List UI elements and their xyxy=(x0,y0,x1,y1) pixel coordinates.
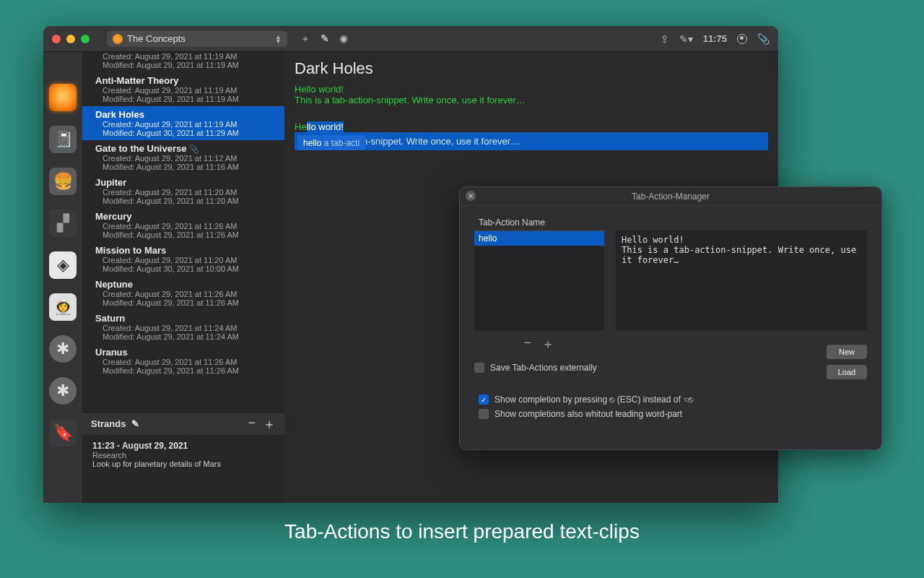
note-list[interactable]: Created: August 29, 2021 at 11:19 AMModi… xyxy=(82,52,284,503)
rail-notebook-icon[interactable]: 📓 xyxy=(49,126,77,153)
traffic-lights xyxy=(52,35,90,43)
rail-burger-icon[interactable]: 🍔 xyxy=(49,168,77,195)
note-item[interactable]: SaturnCreated: August 29, 2021 at 11:24 … xyxy=(82,310,284,344)
document-dropdown[interactable]: The Concepts ▲▼ xyxy=(107,31,287,47)
strand-body: Look up for planetary details of Mars xyxy=(92,460,274,468)
add-button[interactable]: ＋ xyxy=(300,33,310,46)
rail-eye-icon[interactable]: ◈ xyxy=(49,251,77,279)
note-created: Created: August 29, 2021 at 11:24 AM xyxy=(95,324,279,332)
share-icon[interactable]: ⇪ xyxy=(661,33,669,45)
strand-item[interactable]: 11:23 - August 29, 2021ResearchLook up f… xyxy=(82,435,284,474)
note-item[interactable]: UranusCreated: August 29, 2021 at 11:26 … xyxy=(82,344,284,378)
note-item[interactable]: JupiterCreated: August 29, 2021 at 11:20… xyxy=(82,174,284,208)
note-modified: Modified: August 30, 2021 at 10:00 AM xyxy=(95,264,279,273)
note-modified: Modified: August 29, 2021 at 11:26 AM xyxy=(95,230,279,239)
save-externally-label: Save Tab-Actions externally xyxy=(490,363,597,373)
note-item[interactable]: Anti-Matter TheoryCreated: August 29, 20… xyxy=(82,72,284,106)
titlebar: The Concepts ▲▼ ＋ ✎ ◉ ⇪ ✎▾ 11:75 📎 xyxy=(43,26,778,52)
note-created: Created: August 29, 2021 at 11:26 AM xyxy=(95,222,279,230)
close-window-button[interactable] xyxy=(52,35,61,43)
note-created: Created: August 29, 2021 at 11:26 AM xyxy=(95,358,279,366)
zoom-window-button[interactable] xyxy=(81,35,90,43)
rail-alert1-icon[interactable]: ✱ xyxy=(49,335,77,363)
strands-edit-icon[interactable]: ✎ xyxy=(131,418,139,429)
note-created: Created: August 29, 2021 at 11:20 AM xyxy=(95,188,279,197)
tab-action-name-list[interactable]: hello xyxy=(474,231,604,331)
editor-line-2: This is a tab-action-snippet. Write once… xyxy=(295,95,768,105)
rail-bookmark-icon[interactable]: 🔖 xyxy=(49,419,77,447)
rail-alert2-icon[interactable]: ✱ xyxy=(49,377,77,405)
paperclip-icon: 📎 xyxy=(189,144,199,153)
editor-line-1: Hello world! xyxy=(295,84,768,95)
show-completion-esc-label: Show completion by pressing ⎋ (ESC) inst… xyxy=(494,394,693,405)
note-created: Created: August 29, 2021 at 11:19 AM xyxy=(95,86,279,95)
note-modified: Modified: August 29, 2021 at 11:26 AM xyxy=(95,298,279,307)
save-externally-checkbox[interactable] xyxy=(474,363,484,373)
note-item[interactable]: Dark HolesCreated: August 29, 2021 at 11… xyxy=(82,106,284,140)
note-title: Anti-Matter Theory xyxy=(95,75,279,86)
note-title: Jupiter xyxy=(95,177,279,188)
note-item[interactable]: Mission to MarsCreated: August 29, 2021 … xyxy=(82,242,284,276)
strands-remove-button[interactable]: − xyxy=(248,415,256,433)
document-dropdown-label: The Concepts xyxy=(127,33,186,44)
clock-display: 11:75 xyxy=(703,33,727,44)
preview-mode-icon[interactable]: ◉ xyxy=(339,33,348,46)
compose-icon[interactable]: ✎▾ xyxy=(679,33,693,45)
edit-mode-icon[interactable]: ✎ xyxy=(321,33,329,46)
note-modified: Modified: August 29, 2021 at 11:19 AM xyxy=(95,61,279,69)
show-completion-without-leading-label: Show completions also whitout leading wo… xyxy=(494,409,682,419)
note-created: Created: August 29, 2021 at 11:20 AM xyxy=(95,256,279,264)
note-title: Gate to the Universe 📎 xyxy=(95,143,279,154)
strands-header: Strands ✎−＋ xyxy=(82,412,284,435)
note-title: Mercury xyxy=(95,211,279,222)
rail-astronaut-icon[interactable]: 👩‍🚀 xyxy=(49,293,77,321)
note-item[interactable]: Created: August 29, 2021 at 11:19 AMModi… xyxy=(82,52,284,72)
tab-action-name-header: Tab-Action Name xyxy=(474,215,604,231)
icon-rail: 📓 🍔 ▞ ◈ 👩‍🚀 ✱ ✱ 🔖 xyxy=(43,52,82,503)
load-button[interactable]: Load xyxy=(827,365,867,379)
remove-tab-action-button[interactable]: − xyxy=(524,335,532,353)
note-created: Created: August 29, 2021 at 11:26 AM xyxy=(95,290,279,298)
tab-action-manager-window: ✕ Tab-Action-Manager Tab-Action Name hel… xyxy=(459,186,882,450)
rail-tablet-icon[interactable]: ▞ xyxy=(49,210,77,237)
autocomplete-popup[interactable]: hello a tab-acti xyxy=(297,135,365,150)
note-modified: Modified: August 29, 2021 at 11:26 AM xyxy=(95,366,279,375)
note-created: Created: August 29, 2021 at 11:19 AM xyxy=(95,52,279,61)
minimize-window-button[interactable] xyxy=(66,35,75,43)
marketing-caption: Tab-Actions to insert prepared text-clip… xyxy=(0,520,924,543)
sun-icon xyxy=(113,34,123,44)
note-item[interactable]: NeptuneCreated: August 29, 2021 at 11:26… xyxy=(82,276,284,310)
show-completion-without-leading-checkbox[interactable] xyxy=(479,409,489,419)
rail-sun-icon[interactable] xyxy=(49,84,77,111)
strand-time: 11:23 - August 29, 2021 xyxy=(92,441,274,451)
note-created: Created: August 29, 2021 at 11:19 AM xyxy=(95,120,279,129)
target-icon[interactable] xyxy=(737,34,747,44)
show-completion-esc-checkbox[interactable]: ✓ xyxy=(479,394,489,405)
strands-label: Strands xyxy=(91,418,126,429)
paperclip-icon[interactable]: 📎 xyxy=(757,33,770,45)
note-title: Uranus xyxy=(95,347,279,358)
strand-area: 11:23 - August 29, 2021ResearchLook up f… xyxy=(82,435,284,503)
new-button[interactable]: New xyxy=(827,345,867,359)
strands-add-button[interactable]: ＋ xyxy=(263,415,276,433)
editor-line-3: Hello world! xyxy=(295,121,768,132)
note-item[interactable]: MercuryCreated: August 29, 2021 at 11:26… xyxy=(82,208,284,242)
document-title: Dark Holes xyxy=(295,59,768,78)
popup-title: Tab-Action-Manager xyxy=(632,191,710,202)
strand-category: Research xyxy=(92,451,274,460)
note-item[interactable]: Gate to the Universe 📎Created: August 29… xyxy=(82,140,284,174)
popup-titlebar: ✕ Tab-Action-Manager xyxy=(460,187,881,206)
note-modified: Modified: August 29, 2021 at 11:19 AM xyxy=(95,95,279,103)
note-created: Created: August 29, 2021 at 11:12 AM xyxy=(95,154,279,163)
note-modified: Modified: August 29, 2021 at 11:20 AM xyxy=(95,197,279,205)
note-modified: Modified: August 30, 2021 at 11:29 AM xyxy=(95,129,279,137)
tab-action-preview[interactable]: Hello world! This is a tab-action-snippe… xyxy=(616,230,867,330)
note-title: Neptune xyxy=(95,279,279,290)
popup-close-button[interactable]: ✕ xyxy=(466,191,476,201)
editor-line-4: hello a tab-actin-snippet. Write once, u… xyxy=(295,132,768,150)
note-title: Dark Holes xyxy=(95,109,279,120)
tab-action-row-selected[interactable]: hello xyxy=(474,231,604,246)
updown-icon: ▲▼ xyxy=(275,35,282,43)
add-tab-action-button[interactable]: ＋ xyxy=(541,335,554,353)
note-modified: Modified: August 29, 2021 at 11:16 AM xyxy=(95,163,279,171)
